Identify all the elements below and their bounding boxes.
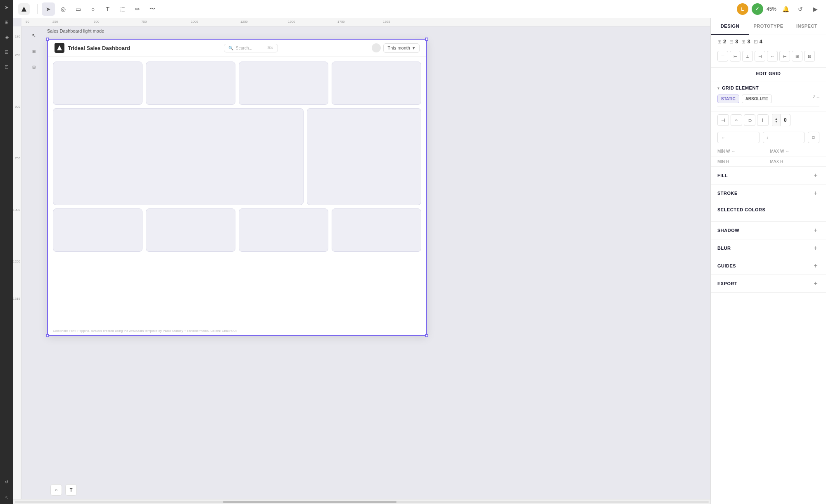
layers-icon-cursor[interactable]: ↖ xyxy=(27,29,40,42)
shadow-add-btn[interactable]: + xyxy=(812,227,819,234)
tab-prototype[interactable]: PROTOTYPE xyxy=(749,18,788,35)
align-left-icon[interactable]: ⊣ xyxy=(755,51,765,62)
scrollbar-thumb[interactable] xyxy=(223,501,396,503)
layers-icon-grid[interactable]: ⊟ xyxy=(27,60,40,73)
sidebar-layers-icon[interactable]: ⊞ xyxy=(2,18,11,26)
bottom-tool-circle[interactable]: ○ xyxy=(50,484,62,496)
align-bottom-icon[interactable]: ⊥ xyxy=(742,51,753,62)
tool-ellipse[interactable]: ○ xyxy=(86,2,100,16)
stroke-add-btn[interactable]: + xyxy=(812,189,819,197)
play-icon[interactable]: ▶ xyxy=(809,3,821,15)
tool-image[interactable]: ⬚ xyxy=(116,2,129,16)
shadow-section: SHADOW + xyxy=(711,222,826,239)
selected-colors-title: SELECTED COLORS xyxy=(717,207,819,212)
grid-card-3-1[interactable] xyxy=(53,208,142,252)
copy-dims-btn[interactable]: ⧉ xyxy=(808,132,819,143)
edit-grid-button[interactable]: EDIT GRID xyxy=(717,71,819,76)
dim-height-icon: ↕ xyxy=(767,135,769,140)
app-logo[interactable] xyxy=(18,3,30,15)
format-code-icon[interactable]: ‹› xyxy=(731,114,742,126)
align-middle-h-icon[interactable]: ↔ xyxy=(767,51,778,62)
z-index-value: Z -- xyxy=(813,95,819,103)
grid-card-1-1[interactable] xyxy=(53,62,142,105)
blur-add-btn[interactable]: + xyxy=(812,244,819,252)
layout-icon-3: ⊞ xyxy=(741,39,745,45)
ruler-mark-1750: 1750 xyxy=(337,20,345,24)
search-placeholder: Search... xyxy=(236,46,252,50)
sidebar-grid-icon[interactable]: ⊡ xyxy=(2,63,11,71)
grid-card-2-1[interactable] xyxy=(53,108,304,205)
resize-handle-tr[interactable] xyxy=(425,38,428,41)
tool-scale[interactable]: ◎ xyxy=(57,2,70,16)
grid-card-3-2[interactable] xyxy=(146,208,235,252)
format-text-icon[interactable]: I xyxy=(757,114,769,126)
layout-icon-2: ⊟ xyxy=(729,39,733,45)
tool-select[interactable]: ➤ xyxy=(42,2,55,16)
layout-icon-4: ⊡ xyxy=(754,39,758,45)
format-oval-icon[interactable]: ⬭ xyxy=(744,114,755,126)
fill-add-btn[interactable]: + xyxy=(812,172,819,179)
notification-icon[interactable]: 🔔 xyxy=(780,3,791,15)
min-w-value: -- xyxy=(732,149,735,154)
tool-path[interactable]: 〜 xyxy=(146,2,159,16)
min-h-field: MIN H -- xyxy=(717,159,767,164)
ruler-mark-250: 250 xyxy=(52,20,58,24)
zoom-level[interactable]: 45% xyxy=(767,6,776,12)
sidebar-cursor-icon[interactable]: ➤ xyxy=(2,3,11,12)
grid-card-1-3[interactable] xyxy=(239,62,328,105)
sidebar-back-icon[interactable]: ◁ xyxy=(2,492,11,501)
canvas-frame[interactable]: Trideal Sales Dashboard 🔍 Search... ⌘K T… xyxy=(47,39,427,336)
tab-design[interactable]: DESIGN xyxy=(711,18,749,35)
history-icon[interactable]: ↺ xyxy=(795,3,806,15)
bottom-tool-text[interactable]: T xyxy=(65,484,77,496)
bottom-scrollbar[interactable] xyxy=(13,499,710,504)
align-middle-v-icon[interactable]: ⊢ xyxy=(730,51,741,62)
tool-rectangle[interactable]: ▭ xyxy=(71,2,85,16)
filter-dropdown[interactable]: This month ▾ xyxy=(383,43,420,53)
format-num-wrapper: ▲ ▼ 0 xyxy=(772,114,790,126)
sidebar-refresh-icon[interactable]: ↺ xyxy=(2,478,11,486)
dashboard-search[interactable]: 🔍 Search... ⌘K xyxy=(224,44,278,52)
canvas-area[interactable]: 90 250 500 750 1000 1250 1500 1750 1925 … xyxy=(13,18,710,504)
scrollbar-track[interactable] xyxy=(15,501,709,503)
avatar-l[interactable]: L xyxy=(737,3,748,15)
left-sidebar: ➤ ⊞ ◈ ⊟ ⊡ ↺ ◁ xyxy=(0,0,13,504)
avatar-check[interactable]: ✓ xyxy=(752,3,763,15)
tab-inspect[interactable]: INSPECT xyxy=(788,18,826,35)
export-add-btn[interactable]: + xyxy=(812,280,819,287)
tool-text[interactable]: T xyxy=(101,2,114,16)
grid-element-chevron[interactable]: ▾ xyxy=(717,86,719,90)
grid-card-3-4[interactable] xyxy=(332,208,421,252)
grid-card-2-2[interactable] xyxy=(307,108,421,205)
grid-card-1-2[interactable] xyxy=(146,62,235,105)
notification-bell[interactable] xyxy=(372,43,381,52)
pos-absolute-btn[interactable]: ABSOLUTE xyxy=(742,95,772,103)
tool-pen[interactable]: ✏ xyxy=(131,2,144,16)
resize-handle-br[interactable] xyxy=(425,334,428,337)
format-h-icon[interactable]: ⊣ xyxy=(717,114,729,126)
sidebar-assets-icon[interactable]: ⊟ xyxy=(2,48,11,56)
align-right-icon[interactable]: ⊢ xyxy=(779,51,790,62)
dim-width-icon: ↔ xyxy=(721,135,725,140)
grid-element-title: GRID ELEMENT xyxy=(722,85,759,90)
layers-icon-stack[interactable]: ⊞ xyxy=(27,45,40,58)
stroke-section: STROKE + xyxy=(711,185,826,202)
layout-num-2: ⊟ 3 xyxy=(729,38,738,45)
grid-element-section: ▾ GRID ELEMENT STATIC ABSOLUTE Z -- xyxy=(711,81,826,111)
dashboard-grid xyxy=(48,57,426,257)
format-num-arrows[interactable]: ▲ ▼ xyxy=(772,114,781,126)
grid-card-3-3[interactable] xyxy=(239,208,328,252)
resize-handle-tl[interactable] xyxy=(46,38,49,41)
resize-handle-bl[interactable] xyxy=(46,334,49,337)
distribute-h-icon[interactable]: ⊞ xyxy=(792,51,802,62)
sidebar-components-icon[interactable]: ◈ xyxy=(2,33,11,41)
align-top-icon[interactable]: ⊤ xyxy=(717,51,728,62)
grid-card-1-4[interactable] xyxy=(332,62,421,105)
pos-static-btn[interactable]: STATIC xyxy=(717,95,739,103)
distribute-v-icon[interactable]: ⊟ xyxy=(804,51,815,62)
dim-height-field[interactable]: ↕ -- xyxy=(763,132,805,143)
dim-width-field[interactable]: ↔ -- xyxy=(717,132,760,143)
max-w-label: MAX W xyxy=(770,149,784,154)
guides-add-btn[interactable]: + xyxy=(812,262,819,270)
search-shortcut: ⌘K xyxy=(267,46,273,50)
